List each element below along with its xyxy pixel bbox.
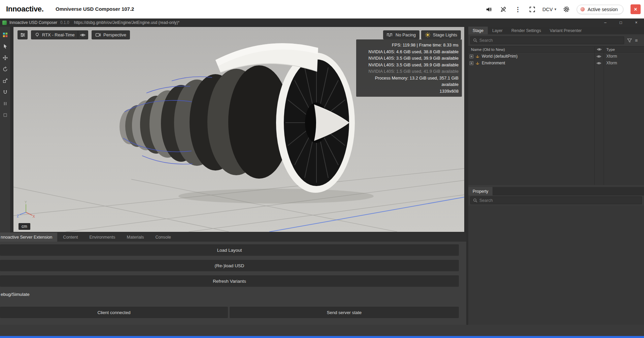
tab-console[interactable]: Console bbox=[150, 233, 177, 242]
volume-button[interactable] bbox=[484, 5, 493, 14]
topbar-actions: ⋮ DCV ▾ Active session × bbox=[484, 0, 641, 19]
main-toolbar bbox=[0, 27, 10, 233]
reload-usd-button[interactable]: (Re-)load USD bbox=[0, 260, 459, 271]
dcv-dropdown[interactable]: DCV ▾ bbox=[542, 7, 556, 12]
pen-disabled-button[interactable] bbox=[499, 5, 508, 14]
prim-type: Xform bbox=[606, 54, 617, 59]
kebab-menu-button[interactable]: ⋮ bbox=[513, 5, 522, 14]
right-panel: Stage Layer Render Settings Variant Pres… bbox=[468, 27, 644, 325]
bottom-panel: nnoactive Server Extension Content Envir… bbox=[0, 233, 466, 325]
tree-row-world[interactable]: + World (defaultPrim) Xform bbox=[468, 53, 644, 60]
prim-name[interactable]: World (defaultPrim) bbox=[482, 54, 518, 59]
stage-tree-header: Name (Old to New) Type bbox=[468, 46, 644, 53]
property-search-row bbox=[470, 196, 642, 204]
property-tab-bar: Property bbox=[468, 187, 644, 195]
tab-stage[interactable]: Stage bbox=[468, 27, 488, 34]
active-session-label: Active session bbox=[588, 7, 618, 12]
axis-gizmo[interactable]: Y X Z bbox=[17, 201, 35, 220]
column-separator bbox=[604, 46, 604, 185]
prim-name[interactable]: Environment bbox=[482, 61, 505, 65]
tab-environments[interactable]: Environments bbox=[83, 233, 121, 242]
property-panel-body bbox=[468, 206, 644, 325]
list-options-icon[interactable]: ≡ bbox=[635, 38, 638, 43]
select-tool-icon[interactable] bbox=[1, 42, 9, 50]
sliders-icon bbox=[20, 32, 26, 37]
stats-line: NVIDIA L40S: 1.5 GiB used, 41.9 GiB avai… bbox=[360, 68, 459, 75]
window-close-button[interactable]: × bbox=[629, 19, 644, 27]
window-title-bar: Innoactive USD Composer 0.1.0 https://ds… bbox=[0, 19, 644, 27]
app-window-icon bbox=[2, 21, 7, 25]
visibility-eye-icon[interactable] bbox=[597, 55, 601, 58]
client-connected-button[interactable]: Client connected bbox=[0, 307, 228, 318]
debug-simulate-label: ebug/Simulate bbox=[1, 292, 30, 297]
axis-x-label: X bbox=[33, 215, 35, 218]
dcv-label: DCV bbox=[542, 7, 553, 12]
bottom-tab-bar: nnoactive Server Extension Content Envir… bbox=[0, 233, 466, 242]
visibility-options-button[interactable] bbox=[77, 30, 88, 39]
search-icon bbox=[473, 198, 477, 203]
stop-icon[interactable] bbox=[1, 111, 9, 119]
tab-content[interactable]: Content bbox=[57, 233, 83, 242]
stats-line: NVIDIA L40S: 3.5 GiB used, 39.9 GiB avai… bbox=[360, 62, 459, 68]
property-search-input[interactable] bbox=[479, 198, 639, 203]
performance-stats-overlay: FPS: 119.98 | Frame time: 8.33 ms NVIDIA… bbox=[356, 39, 462, 97]
tab-variant-presenter[interactable]: Variant Presenter bbox=[545, 27, 586, 34]
no-pacing-label: No Pacing bbox=[396, 32, 416, 37]
search-icon bbox=[473, 38, 477, 42]
camera-button[interactable]: Perspective bbox=[92, 30, 130, 39]
column-type[interactable]: Type bbox=[606, 47, 615, 52]
stage-lights-button[interactable]: Stage Lights bbox=[421, 30, 461, 39]
stage-search[interactable] bbox=[470, 36, 624, 44]
tab-innoactive-server-extension[interactable]: nnoactive Server Extension bbox=[0, 233, 57, 242]
tab-materials[interactable]: Materials bbox=[121, 233, 149, 242]
stats-line: FPS: 119.98 | Frame time: 8.33 ms bbox=[360, 42, 459, 49]
stats-line: NVIDIA L40S: 3.5 GiB used, 39.9 GiB avai… bbox=[360, 55, 459, 62]
viewport-options-button[interactable] bbox=[18, 30, 28, 39]
settings-gear-button[interactable] bbox=[562, 5, 571, 14]
tab-layer[interactable]: Layer bbox=[488, 27, 507, 34]
window-app-name: Innoactive USD Composer bbox=[9, 20, 57, 25]
units-label: cm bbox=[19, 223, 30, 230]
expand-toggle-icon[interactable]: + bbox=[470, 55, 473, 58]
window-minimize-button[interactable]: – bbox=[598, 19, 613, 27]
stage-tree: + World (defaultPrim) Xform + Environmen… bbox=[468, 53, 644, 185]
tab-render-settings[interactable]: Render Settings bbox=[507, 27, 545, 34]
fullscreen-button[interactable] bbox=[528, 5, 537, 14]
active-session-button[interactable]: Active session bbox=[577, 5, 623, 14]
waveform-icon bbox=[387, 33, 393, 37]
window-maximize-button[interactable]: □ bbox=[613, 19, 629, 27]
stage-url: https://dsbg.gmbh/ov/JetEngine/JetEngine… bbox=[74, 20, 180, 25]
prim-type: Xform bbox=[606, 61, 617, 65]
no-pacing-button[interactable]: No Pacing bbox=[383, 30, 419, 39]
expand-toggle-icon[interactable]: + bbox=[470, 61, 473, 65]
app-version: 0.1.0 bbox=[60, 20, 69, 25]
axis-y-label: Y bbox=[25, 201, 27, 204]
rotate-tool-icon[interactable] bbox=[1, 65, 9, 73]
move-tool-icon[interactable] bbox=[1, 54, 9, 62]
filter-icon[interactable] bbox=[627, 38, 632, 43]
tab-property[interactable]: Property bbox=[468, 187, 493, 195]
tool-palette-icon[interactable] bbox=[1, 31, 9, 39]
visibility-eye-icon[interactable] bbox=[597, 61, 601, 65]
pause-icon[interactable] bbox=[1, 99, 9, 107]
xform-prim-icon bbox=[475, 54, 480, 59]
snap-tool-icon[interactable] bbox=[1, 88, 9, 96]
property-search[interactable] bbox=[470, 196, 642, 204]
stats-line: Process Memory: 13.2 GiB used, 357.1 GiB… bbox=[360, 75, 459, 88]
column-separator bbox=[594, 46, 595, 185]
stage-tab-bar: Stage Layer Render Settings Variant Pres… bbox=[468, 27, 644, 34]
viewport[interactable]: RTX - Real-Time Perspective No Pacing St… bbox=[13, 27, 464, 232]
window-controls: – □ × bbox=[598, 19, 644, 27]
stage-search-input[interactable] bbox=[479, 38, 621, 43]
gear-icon bbox=[563, 6, 570, 13]
stats-line: NVIDIA L40S: 4.6 GiB used, 38.8 GiB avai… bbox=[360, 49, 459, 55]
column-name[interactable]: Name (Old to New) bbox=[471, 47, 505, 52]
load-layout-button[interactable]: Load Layout bbox=[0, 244, 459, 256]
tree-row-environment[interactable]: + Environment Xform bbox=[468, 60, 644, 66]
lightbulb-icon bbox=[35, 32, 40, 37]
send-server-state-button[interactable]: Send server state bbox=[230, 307, 459, 318]
close-session-button[interactable]: × bbox=[631, 4, 641, 14]
refresh-variants-button[interactable]: Refresh Variants bbox=[0, 275, 459, 287]
scale-tool-icon[interactable] bbox=[1, 76, 9, 85]
renderer-button[interactable]: RTX - Real-Time bbox=[31, 30, 78, 39]
